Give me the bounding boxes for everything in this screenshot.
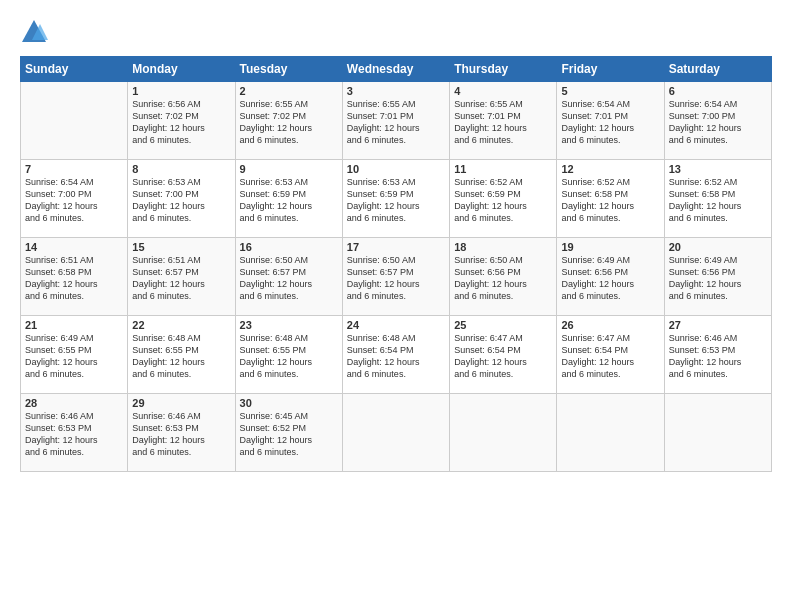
header (20, 18, 772, 46)
cell-info: Sunrise: 6:51 AM Sunset: 6:58 PM Dayligh… (25, 254, 123, 303)
cell-info: Sunrise: 6:49 AM Sunset: 6:55 PM Dayligh… (25, 332, 123, 381)
cell-info: Sunrise: 6:47 AM Sunset: 6:54 PM Dayligh… (454, 332, 552, 381)
cell-info: Sunrise: 6:50 AM Sunset: 6:56 PM Dayligh… (454, 254, 552, 303)
day-number: 2 (240, 85, 338, 97)
calendar-cell: 12Sunrise: 6:52 AM Sunset: 6:58 PM Dayli… (557, 160, 664, 238)
calendar-cell: 23Sunrise: 6:48 AM Sunset: 6:55 PM Dayli… (235, 316, 342, 394)
day-number: 15 (132, 241, 230, 253)
day-number: 14 (25, 241, 123, 253)
calendar-cell: 5Sunrise: 6:54 AM Sunset: 7:01 PM Daylig… (557, 82, 664, 160)
cell-info: Sunrise: 6:48 AM Sunset: 6:55 PM Dayligh… (132, 332, 230, 381)
calendar-cell: 25Sunrise: 6:47 AM Sunset: 6:54 PM Dayli… (450, 316, 557, 394)
calendar-cell: 6Sunrise: 6:54 AM Sunset: 7:00 PM Daylig… (664, 82, 771, 160)
calendar-cell: 29Sunrise: 6:46 AM Sunset: 6:53 PM Dayli… (128, 394, 235, 472)
calendar-cell: 10Sunrise: 6:53 AM Sunset: 6:59 PM Dayli… (342, 160, 449, 238)
cell-info: Sunrise: 6:51 AM Sunset: 6:57 PM Dayligh… (132, 254, 230, 303)
calendar-cell: 9Sunrise: 6:53 AM Sunset: 6:59 PM Daylig… (235, 160, 342, 238)
header-cell-monday: Monday (128, 57, 235, 82)
calendar-cell: 3Sunrise: 6:55 AM Sunset: 7:01 PM Daylig… (342, 82, 449, 160)
cell-info: Sunrise: 6:54 AM Sunset: 7:00 PM Dayligh… (25, 176, 123, 225)
cell-info: Sunrise: 6:50 AM Sunset: 6:57 PM Dayligh… (347, 254, 445, 303)
calendar-cell (450, 394, 557, 472)
cell-info: Sunrise: 6:45 AM Sunset: 6:52 PM Dayligh… (240, 410, 338, 459)
day-number: 8 (132, 163, 230, 175)
calendar-table: SundayMondayTuesdayWednesdayThursdayFrid… (20, 56, 772, 472)
day-number: 18 (454, 241, 552, 253)
calendar-cell: 16Sunrise: 6:50 AM Sunset: 6:57 PM Dayli… (235, 238, 342, 316)
calendar-cell: 15Sunrise: 6:51 AM Sunset: 6:57 PM Dayli… (128, 238, 235, 316)
header-cell-tuesday: Tuesday (235, 57, 342, 82)
calendar-cell: 26Sunrise: 6:47 AM Sunset: 6:54 PM Dayli… (557, 316, 664, 394)
calendar-cell: 27Sunrise: 6:46 AM Sunset: 6:53 PM Dayli… (664, 316, 771, 394)
cell-info: Sunrise: 6:54 AM Sunset: 7:01 PM Dayligh… (561, 98, 659, 147)
day-number: 9 (240, 163, 338, 175)
calendar-cell (342, 394, 449, 472)
calendar-cell: 13Sunrise: 6:52 AM Sunset: 6:58 PM Dayli… (664, 160, 771, 238)
day-number: 1 (132, 85, 230, 97)
header-cell-saturday: Saturday (664, 57, 771, 82)
day-number: 28 (25, 397, 123, 409)
day-number: 27 (669, 319, 767, 331)
day-number: 24 (347, 319, 445, 331)
cell-info: Sunrise: 6:55 AM Sunset: 7:02 PM Dayligh… (240, 98, 338, 147)
cell-info: Sunrise: 6:52 AM Sunset: 6:58 PM Dayligh… (561, 176, 659, 225)
calendar-cell: 30Sunrise: 6:45 AM Sunset: 6:52 PM Dayli… (235, 394, 342, 472)
day-number: 4 (454, 85, 552, 97)
cell-info: Sunrise: 6:52 AM Sunset: 6:59 PM Dayligh… (454, 176, 552, 225)
cell-info: Sunrise: 6:49 AM Sunset: 6:56 PM Dayligh… (669, 254, 767, 303)
calendar-row-3: 21Sunrise: 6:49 AM Sunset: 6:55 PM Dayli… (21, 316, 772, 394)
calendar-cell (557, 394, 664, 472)
cell-info: Sunrise: 6:48 AM Sunset: 6:55 PM Dayligh… (240, 332, 338, 381)
day-number: 29 (132, 397, 230, 409)
calendar-cell: 28Sunrise: 6:46 AM Sunset: 6:53 PM Dayli… (21, 394, 128, 472)
day-number: 17 (347, 241, 445, 253)
calendar-cell (21, 82, 128, 160)
day-number: 19 (561, 241, 659, 253)
header-cell-thursday: Thursday (450, 57, 557, 82)
cell-info: Sunrise: 6:46 AM Sunset: 6:53 PM Dayligh… (669, 332, 767, 381)
calendar-cell: 14Sunrise: 6:51 AM Sunset: 6:58 PM Dayli… (21, 238, 128, 316)
calendar-cell (664, 394, 771, 472)
calendar-cell: 20Sunrise: 6:49 AM Sunset: 6:56 PM Dayli… (664, 238, 771, 316)
calendar-cell: 19Sunrise: 6:49 AM Sunset: 6:56 PM Dayli… (557, 238, 664, 316)
cell-info: Sunrise: 6:49 AM Sunset: 6:56 PM Dayligh… (561, 254, 659, 303)
cell-info: Sunrise: 6:53 AM Sunset: 6:59 PM Dayligh… (347, 176, 445, 225)
day-number: 23 (240, 319, 338, 331)
cell-info: Sunrise: 6:53 AM Sunset: 6:59 PM Dayligh… (240, 176, 338, 225)
day-number: 10 (347, 163, 445, 175)
day-number: 30 (240, 397, 338, 409)
day-number: 13 (669, 163, 767, 175)
day-number: 12 (561, 163, 659, 175)
day-number: 6 (669, 85, 767, 97)
cell-info: Sunrise: 6:54 AM Sunset: 7:00 PM Dayligh… (669, 98, 767, 147)
calendar-cell: 11Sunrise: 6:52 AM Sunset: 6:59 PM Dayli… (450, 160, 557, 238)
day-number: 22 (132, 319, 230, 331)
calendar-row-2: 14Sunrise: 6:51 AM Sunset: 6:58 PM Dayli… (21, 238, 772, 316)
page: SundayMondayTuesdayWednesdayThursdayFrid… (0, 0, 792, 612)
cell-info: Sunrise: 6:55 AM Sunset: 7:01 PM Dayligh… (347, 98, 445, 147)
logo-icon (20, 18, 48, 46)
day-number: 5 (561, 85, 659, 97)
logo (20, 18, 52, 46)
calendar-cell: 24Sunrise: 6:48 AM Sunset: 6:54 PM Dayli… (342, 316, 449, 394)
calendar-cell: 8Sunrise: 6:53 AM Sunset: 7:00 PM Daylig… (128, 160, 235, 238)
header-cell-friday: Friday (557, 57, 664, 82)
calendar-row-0: 1Sunrise: 6:56 AM Sunset: 7:02 PM Daylig… (21, 82, 772, 160)
day-number: 3 (347, 85, 445, 97)
day-number: 11 (454, 163, 552, 175)
cell-info: Sunrise: 6:47 AM Sunset: 6:54 PM Dayligh… (561, 332, 659, 381)
header-cell-wednesday: Wednesday (342, 57, 449, 82)
day-number: 26 (561, 319, 659, 331)
day-number: 16 (240, 241, 338, 253)
day-number: 21 (25, 319, 123, 331)
calendar-cell: 1Sunrise: 6:56 AM Sunset: 7:02 PM Daylig… (128, 82, 235, 160)
day-number: 25 (454, 319, 552, 331)
cell-info: Sunrise: 6:55 AM Sunset: 7:01 PM Dayligh… (454, 98, 552, 147)
calendar-cell: 7Sunrise: 6:54 AM Sunset: 7:00 PM Daylig… (21, 160, 128, 238)
calendar-cell: 17Sunrise: 6:50 AM Sunset: 6:57 PM Dayli… (342, 238, 449, 316)
calendar-cell: 2Sunrise: 6:55 AM Sunset: 7:02 PM Daylig… (235, 82, 342, 160)
calendar-row-1: 7Sunrise: 6:54 AM Sunset: 7:00 PM Daylig… (21, 160, 772, 238)
header-cell-sunday: Sunday (21, 57, 128, 82)
cell-info: Sunrise: 6:53 AM Sunset: 7:00 PM Dayligh… (132, 176, 230, 225)
calendar-cell: 22Sunrise: 6:48 AM Sunset: 6:55 PM Dayli… (128, 316, 235, 394)
